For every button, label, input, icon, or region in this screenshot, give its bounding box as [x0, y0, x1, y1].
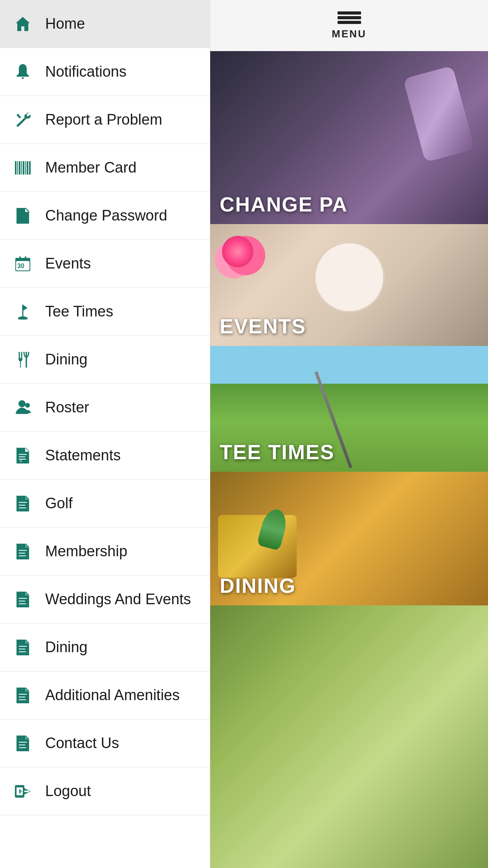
events-tile-label: EVENTS: [220, 314, 306, 338]
svg-point-19: [22, 316, 24, 318]
svg-rect-45: [19, 699, 26, 700]
sidebar-item-dining[interactable]: Dining: [0, 336, 210, 384]
fork-icon: [12, 349, 33, 370]
bottom-tile[interactable]: [210, 605, 488, 868]
dining-tile-label: DINING: [220, 574, 296, 598]
events-image: [210, 232, 488, 322]
svg-rect-2: [19, 161, 20, 175]
bell-icon: [12, 61, 33, 83]
svg-rect-10: [19, 217, 25, 218]
svg-rect-44: [19, 697, 25, 697]
svg-rect-1: [17, 161, 18, 175]
sidebar-item-dining2[interactable]: Dining: [0, 623, 210, 671]
svg-point-25: [25, 403, 30, 408]
sidebar-label-events: Events: [45, 255, 91, 272]
svg-rect-47: [19, 745, 25, 745]
sidebar-label-member-card: Member Card: [45, 159, 136, 176]
menu-button[interactable]: MENU: [332, 11, 367, 40]
svg-rect-27: [19, 456, 25, 457]
svg-rect-31: [19, 502, 27, 503]
svg-rect-38: [19, 601, 25, 601]
sidebar-label-additional-amenities: Additional Amenities: [45, 687, 180, 704]
svg-rect-32: [19, 505, 25, 506]
svg-rect-39: [19, 603, 26, 604]
weddings-icon: [12, 588, 33, 610]
svg-rect-35: [19, 553, 25, 554]
sidebar-item-contact-us[interactable]: Contact Us: [0, 719, 210, 767]
menu-line-1: [338, 11, 361, 15]
sidebar-item-member-card[interactable]: Member Card: [0, 144, 210, 192]
svg-rect-6: [27, 161, 28, 175]
wrench-icon: [12, 109, 33, 131]
flower-decor: [222, 236, 253, 267]
app-header: MENU: [210, 0, 488, 51]
amenities-icon: [12, 684, 33, 706]
sidebar-label-membership: Membership: [45, 543, 127, 560]
sidebar-item-membership[interactable]: Membership: [0, 528, 210, 576]
change-password-tile-label: CHANGE PA: [220, 193, 348, 216]
menu-line-2: [338, 16, 361, 19]
person-icon: [12, 397, 33, 418]
svg-rect-11: [19, 220, 26, 221]
sidebar-item-golf[interactable]: Golf: [0, 480, 210, 528]
sidebar-item-weddings-events[interactable]: Weddings And Events: [0, 576, 210, 623]
events-tile[interactable]: EVENTS: [210, 224, 488, 346]
right-content: CHANGE PA EVENTS TEE TIMES DINING: [210, 51, 488, 868]
svg-rect-34: [19, 550, 27, 551]
sidebar-item-statements[interactable]: $ Statements: [0, 432, 210, 480]
sidebar-item-additional-amenities[interactable]: Additional Amenities: [0, 671, 210, 719]
menu-label: MENU: [332, 28, 367, 40]
sidebar-label-logout: Logout: [45, 783, 91, 800]
svg-rect-37: [19, 598, 27, 599]
sidebar-item-logout[interactable]: Logout: [0, 767, 210, 815]
sidebar-item-change-password[interactable]: Change Password: [0, 192, 210, 240]
golf-doc-icon: [12, 493, 33, 514]
svg-rect-0: [15, 161, 17, 175]
sidebar-item-tee-times[interactable]: Tee Times: [0, 288, 210, 336]
sidebar-label-notifications: Notifications: [45, 63, 127, 80]
svg-rect-42: [19, 651, 26, 652]
calendar-icon: 30: [12, 253, 33, 274]
sidebar-label-dining: Dining: [45, 351, 88, 368]
sidebar-item-roster[interactable]: Roster: [0, 384, 210, 432]
contact-icon: [12, 732, 33, 754]
sidebar-label-change-password: Change Password: [45, 207, 167, 224]
change-password-tile[interactable]: CHANGE PA: [210, 51, 488, 224]
plate: [314, 242, 385, 313]
phone-body: [403, 66, 475, 162]
dining-tile[interactable]: DINING: [210, 472, 488, 605]
svg-rect-5: [25, 161, 26, 175]
tee-times-tile-label: TEE TIMES: [220, 440, 334, 464]
sidebar-label-tee-times: Tee Times: [45, 303, 113, 320]
svg-rect-43: [19, 694, 27, 695]
sidebar-label-home: Home: [45, 15, 85, 32]
sidebar-item-home[interactable]: Home: [0, 0, 210, 48]
sidebar-label-report-problem: Report a Problem: [45, 111, 162, 128]
home-icon: [12, 13, 33, 35]
sidebar-label-weddings-events: Weddings And Events: [45, 591, 191, 608]
svg-point-24: [18, 400, 26, 407]
sidebar-item-report-problem[interactable]: Report a Problem: [0, 96, 210, 144]
food-visual: [218, 515, 297, 578]
svg-text:$: $: [20, 459, 22, 462]
svg-rect-4: [23, 161, 24, 175]
statement-icon: $: [12, 445, 33, 466]
svg-rect-15: [25, 256, 26, 260]
sidebar-label-statements: Statements: [45, 447, 121, 464]
svg-rect-48: [19, 747, 26, 748]
document-icon: [12, 205, 33, 226]
svg-rect-33: [19, 508, 26, 508]
right-panel: MENU CHANGE PA EVENTS TEE TIMES: [210, 0, 488, 868]
sidebar-item-notifications[interactable]: Notifications: [0, 48, 210, 96]
sidebar-label-contact-us: Contact Us: [45, 735, 119, 752]
svg-rect-14: [19, 256, 21, 260]
sidebar-label-dining2: Dining: [45, 639, 88, 656]
barcode-icon: [12, 157, 33, 178]
sidebar-item-events[interactable]: 30 Events: [0, 240, 210, 288]
svg-rect-3: [21, 161, 22, 175]
sidebar: Home Notifications Report a Problem: [0, 0, 210, 868]
garnish: [257, 507, 290, 551]
svg-text:30: 30: [17, 263, 24, 269]
tee-times-tile[interactable]: TEE TIMES: [210, 346, 488, 472]
svg-rect-46: [19, 742, 27, 743]
